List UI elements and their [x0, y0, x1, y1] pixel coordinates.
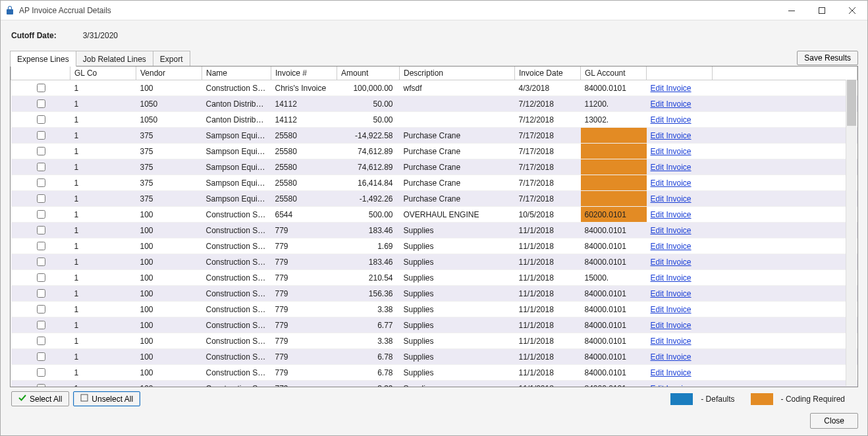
- col-header[interactable]: Invoice Date: [515, 67, 581, 80]
- table-row[interactable]: 1100Construction Sup...779183.46Supplies…: [11, 254, 857, 270]
- close-window-button[interactable]: [837, 1, 867, 20]
- col-header[interactable]: [713, 67, 857, 80]
- scrollbar-thumb[interactable]: [847, 80, 856, 126]
- edit-invoice-link[interactable]: Edit Invoice: [651, 226, 692, 235]
- row-checkbox[interactable]: [37, 321, 45, 329]
- edit-invoice-link[interactable]: Edit Invoice: [651, 178, 692, 188]
- close-button[interactable]: Close: [810, 413, 858, 429]
- table-row[interactable]: 1100Construction Sup...7791.69Supplies11…: [11, 238, 857, 254]
- table-row[interactable]: 1100Construction Sup...779156.36Supplies…: [11, 286, 857, 302]
- table-row[interactable]: 1375Sampson Equipm...2558016,414.84Purch…: [11, 175, 857, 191]
- edit-invoice-link[interactable]: Edit Invoice: [651, 337, 692, 346]
- edit-invoice-link[interactable]: Edit Invoice: [651, 258, 692, 267]
- row-checkbox[interactable]: [37, 305, 45, 313]
- cell-vendor: 100: [136, 381, 202, 387]
- edit-invoice-link[interactable]: Edit Invoice: [651, 305, 692, 314]
- edit-invoice-link[interactable]: Edit Invoice: [651, 115, 692, 124]
- col-header[interactable]: Vendor: [136, 67, 202, 80]
- col-header[interactable]: Name: [202, 67, 271, 80]
- cell-invoice: 779: [271, 254, 337, 270]
- cell-desc: Supplies: [400, 317, 515, 333]
- col-header[interactable]: Description: [400, 67, 515, 80]
- table-row[interactable]: 1100Construction Sup...6544500.00OVERHAU…: [11, 207, 857, 223]
- col-header[interactable]: GL Account: [581, 67, 647, 80]
- row-checkbox[interactable]: [37, 273, 45, 282]
- row-checkbox[interactable]: [37, 194, 45, 203]
- row-checkbox[interactable]: [37, 147, 45, 155]
- row-checkbox[interactable]: [37, 131, 45, 140]
- cell-desc: [400, 96, 515, 112]
- edit-invoice-link[interactable]: Edit Invoice: [651, 194, 692, 204]
- row-checkbox[interactable]: [37, 99, 45, 108]
- cell-amount: 183.46: [337, 254, 400, 270]
- unselect-all-button[interactable]: Unselect All: [73, 391, 140, 406]
- cell-gl: 84000.0101: [581, 238, 647, 254]
- cell-vendor: 100: [136, 286, 202, 302]
- vertical-scrollbar[interactable]: [846, 80, 857, 386]
- row-checkbox[interactable]: [37, 210, 45, 219]
- edit-invoice-link[interactable]: Edit Invoice: [651, 321, 692, 330]
- table-row[interactable]: 1375Sampson Equipm...25580-1,492.26Purch…: [11, 191, 857, 207]
- cell-invoice: 779: [271, 286, 337, 302]
- edit-invoice-link[interactable]: Edit Invoice: [651, 384, 692, 387]
- table-row[interactable]: 11050Canton Distributin...1411250.007/12…: [11, 112, 857, 128]
- row-checkbox[interactable]: [37, 242, 45, 250]
- table-row[interactable]: 1100Construction Sup...Chris's Invoice10…: [11, 80, 857, 96]
- row-checkbox[interactable]: [37, 163, 45, 171]
- row-checkbox[interactable]: [37, 352, 45, 361]
- row-checkbox[interactable]: [37, 384, 45, 387]
- col-header[interactable]: GL Co: [70, 67, 136, 80]
- cell-desc: Purchase Crane: [400, 191, 515, 207]
- table-row[interactable]: 1100Construction Sup...7796.77Supplies11…: [11, 317, 857, 333]
- row-checkbox[interactable]: [37, 368, 45, 377]
- edit-invoice-link[interactable]: Edit Invoice: [651, 147, 692, 156]
- cell-amount: 156.36: [337, 286, 400, 302]
- minimize-button[interactable]: [776, 1, 807, 20]
- table-row[interactable]: 1375Sampson Equipm...2558074,612.89Purch…: [11, 159, 857, 175]
- table-row[interactable]: 1375Sampson Equipm...25580-14,922.58Purc…: [11, 128, 857, 144]
- cell-invoice: 25580: [271, 159, 337, 175]
- save-results-button[interactable]: Save Results: [797, 51, 858, 65]
- table-row[interactable]: 11050Canton Distributin...1411250.007/12…: [11, 96, 857, 112]
- tab-expense-lines[interactable]: Expense Lines: [10, 51, 76, 67]
- edit-invoice-link[interactable]: Edit Invoice: [651, 242, 692, 251]
- edit-invoice-link[interactable]: Edit Invoice: [651, 368, 692, 377]
- cell-glco: 1: [70, 159, 136, 175]
- row-checkbox[interactable]: [37, 226, 45, 234]
- table-row[interactable]: 1100Construction Sup...779210.54Supplies…: [11, 270, 857, 286]
- cell-desc: Supplies: [400, 302, 515, 317]
- edit-invoice-link[interactable]: Edit Invoice: [651, 84, 692, 93]
- cell-date: 11/1/2018: [515, 223, 581, 238]
- row-checkbox[interactable]: [37, 178, 45, 187]
- table-row[interactable]: 1100Construction Sup...7796.78Supplies11…: [11, 365, 857, 381]
- col-header[interactable]: Amount: [337, 67, 400, 80]
- table-row[interactable]: 1100Construction Sup...7796.78Supplies11…: [11, 349, 857, 365]
- edit-invoice-link[interactable]: Edit Invoice: [651, 163, 692, 172]
- edit-invoice-link[interactable]: Edit Invoice: [651, 131, 692, 140]
- table-row[interactable]: 1100Construction Sup...7793.38Supplies11…: [11, 302, 857, 317]
- edit-invoice-link[interactable]: Edit Invoice: [651, 352, 692, 362]
- maximize-button[interactable]: [807, 1, 837, 20]
- edit-invoice-link[interactable]: Edit Invoice: [651, 210, 692, 219]
- edit-invoice-link[interactable]: Edit Invoice: [651, 99, 692, 109]
- row-checkbox[interactable]: [37, 337, 45, 345]
- table-row[interactable]: 1375Sampson Equipm...2558074,612.89Purch…: [11, 144, 857, 159]
- table-row[interactable]: 1100Construction Sup...7793.39Supplies11…: [11, 381, 857, 387]
- row-checkbox[interactable]: [37, 289, 45, 298]
- table-row[interactable]: 1100Construction Sup...779183.46Supplies…: [11, 223, 857, 238]
- col-header[interactable]: [647, 67, 713, 80]
- row-checkbox[interactable]: [37, 84, 45, 92]
- col-header[interactable]: Invoice #: [271, 67, 337, 80]
- col-header[interactable]: [11, 67, 70, 80]
- table-row[interactable]: 1100Construction Sup...7793.38Supplies11…: [11, 333, 857, 349]
- cell-date: 7/12/2018: [515, 96, 581, 112]
- cell-glco: 1: [70, 112, 136, 128]
- tab-job-related-lines[interactable]: Job Related Lines: [76, 51, 153, 67]
- tab-export[interactable]: Export: [153, 51, 190, 67]
- edit-invoice-link[interactable]: Edit Invoice: [651, 273, 692, 283]
- row-checkbox[interactable]: [37, 258, 45, 266]
- edit-invoice-link[interactable]: Edit Invoice: [651, 289, 692, 298]
- select-all-button[interactable]: Select All: [11, 391, 69, 406]
- row-checkbox[interactable]: [37, 115, 45, 124]
- cell-vendor: 1050: [136, 96, 202, 112]
